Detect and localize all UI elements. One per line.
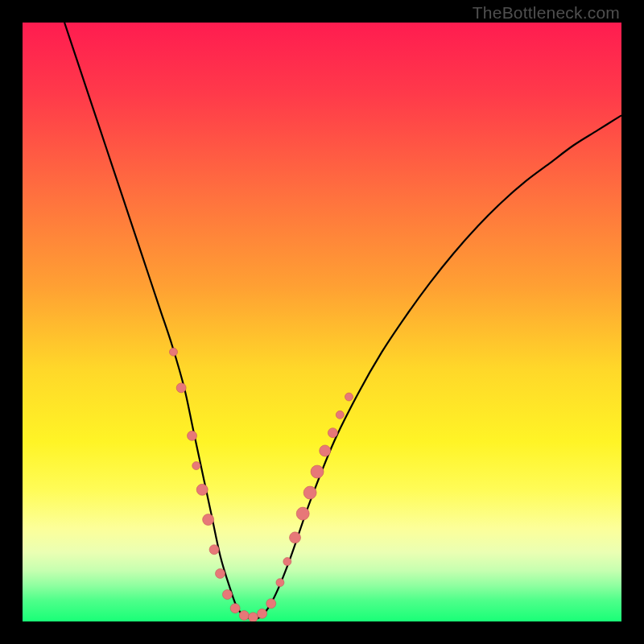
plot-area [23,23,621,621]
svg-rect-0 [23,23,621,621]
chart-frame: TheBottleneck.com [0,0,644,644]
watermark-text: TheBottleneck.com [473,3,620,23]
background-gradient [23,23,621,621]
